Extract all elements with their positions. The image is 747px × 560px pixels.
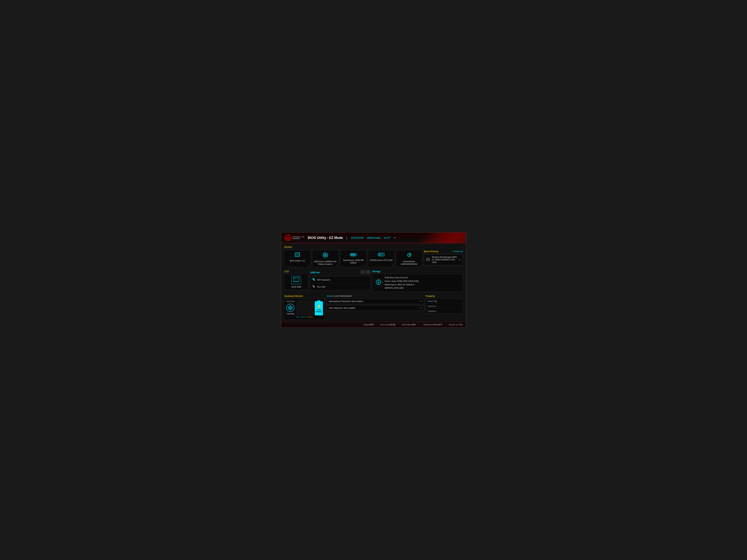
property-item-2: Column2: xyxy=(426,309,463,314)
grid-cell xyxy=(309,313,311,315)
svg-point-90 xyxy=(378,282,379,283)
grid-cell xyxy=(299,306,300,308)
usb-next-button[interactable]: > xyxy=(366,270,370,274)
footer-boot-menu[interactable]: Boot Menu(F8) xyxy=(402,323,416,326)
battery-section: ⚡ 100% Primary xyxy=(315,300,323,315)
storage-line2: Device Type: NVMe SSD (1024.2GB) xyxy=(385,279,419,283)
cpu-arrow: ↘ xyxy=(336,264,337,266)
grid-cell xyxy=(306,308,308,310)
grid-cell xyxy=(300,310,302,313)
footer-save-exit[interactable]: Save & Exit(F10) xyxy=(380,323,395,326)
svg-rect-43 xyxy=(354,254,354,256)
gpu-label: NVIDIA GeForce RTX 2060 xyxy=(370,259,393,262)
admin-edit-icon[interactable]: ✏ xyxy=(420,300,422,302)
battery-percent: 100% xyxy=(317,309,321,311)
cpu-fan-rpm: 795 RPM xyxy=(286,313,294,315)
admin-password-label: Administrator Password -Not Installed xyxy=(329,300,363,302)
usb-item-0-label: HID Keyboard xyxy=(317,279,330,281)
svg-point-2 xyxy=(287,237,289,239)
storage-line4: DBPNPZ-1T00-1002 xyxy=(385,286,419,290)
grid-cell xyxy=(302,310,303,313)
bios-version-card: BIOS Version: 212 ↘ xyxy=(284,250,311,267)
rog-text: REPUBLIC OF GAMERS xyxy=(292,236,304,239)
memory-arrow: ↘ xyxy=(364,264,365,266)
storage-line1: PCIE Bus:3 Dev:0 Func:0 xyxy=(385,276,419,279)
battery-label: Primary xyxy=(316,311,322,313)
user-password-item: User Password -Not Installed ✏ xyxy=(327,305,424,311)
grid-cell xyxy=(302,303,303,305)
bios-title: BIOS Utility - EZ Mode xyxy=(308,236,343,240)
grid-cell xyxy=(305,301,306,303)
svg-point-94 xyxy=(290,307,291,308)
svg-rect-41 xyxy=(352,254,352,256)
battery-bolt-icon: ⚡ xyxy=(316,304,321,309)
storage-section: Storage PC xyxy=(372,270,463,292)
grid-cell xyxy=(308,313,309,315)
header-time: 14:07 xyxy=(384,236,390,239)
lcd-label: LCD xyxy=(284,270,289,273)
grid-cell xyxy=(309,301,311,303)
svg-rect-80 xyxy=(314,280,315,281)
cpu-temp-value: 52°C xyxy=(301,316,305,318)
system-section-label: System xyxy=(284,246,292,248)
grid-cell xyxy=(305,303,306,305)
grid-cell xyxy=(306,301,308,303)
grid-cell xyxy=(308,306,309,308)
svg-rect-55 xyxy=(381,255,383,255)
usb-icon-1 xyxy=(312,285,315,289)
svg-rect-44 xyxy=(355,254,355,256)
footer-default[interactable]: Default(F9) xyxy=(363,323,374,326)
bios-chip-icon xyxy=(294,252,300,259)
footer-search-faq[interactable]: Search on FAQ xyxy=(449,323,463,326)
svg-point-53 xyxy=(379,254,380,255)
svg-rect-40 xyxy=(351,254,352,256)
cpu-label: AMD Ryzen 9 4900HS with Radeon Graphics xyxy=(314,260,337,266)
grid-cell xyxy=(309,310,311,313)
grid-cell xyxy=(306,306,308,308)
usb-label: USB Port xyxy=(310,271,320,274)
grid-cell xyxy=(300,313,302,315)
storage-line3: Model Name: WDC PC SN530 S xyxy=(385,283,419,287)
republic-text: REPUBLIC OF xyxy=(292,236,304,238)
footer-advanced-mode[interactable]: ⊣Advanced Mode(F7) xyxy=(422,323,442,326)
battery-icon: ⚡ 100% Primary xyxy=(315,301,323,315)
edit-icon[interactable]: ✏ xyxy=(394,236,396,239)
usb-prev-button[interactable]: < xyxy=(361,270,365,274)
access-title: Access xyxy=(327,295,333,297)
property-label: Property xyxy=(426,295,435,297)
rog-icon xyxy=(285,235,291,241)
grid-cell xyxy=(299,303,300,305)
hardware-monitor: Hardware Monitor CPU FAN xyxy=(284,295,325,320)
cpu-fan-section: CPU FAN 795 RPM xyxy=(286,300,294,315)
grid-cell xyxy=(297,303,298,305)
lcd-box: 1920*1080 xyxy=(284,274,308,290)
user-password-label: User Password -Not Installed xyxy=(329,307,355,309)
gpu-icon xyxy=(378,252,385,258)
grid-cell xyxy=(308,310,309,313)
svg-rect-54 xyxy=(381,254,384,254)
grid-cell xyxy=(303,308,305,310)
system-cards: BIOS Version: 212 ↘ CPU xyxy=(284,250,422,267)
bios-version-label: BIOS Version: 212 xyxy=(290,260,305,262)
grid-cell xyxy=(300,308,302,310)
cpu-card: CPU xyxy=(312,250,339,267)
bios-arrow: ↘ xyxy=(308,264,309,266)
svg-rect-4 xyxy=(296,254,299,256)
grid-cell xyxy=(299,310,300,313)
boot-menu-icon[interactable]: ≡ xyxy=(459,258,461,261)
grid-cell xyxy=(303,303,305,305)
switch-all-button[interactable]: ⇄ Switch all xyxy=(453,250,463,252)
grid-cell xyxy=(299,301,300,303)
access-section: Access Level: Administrator Administrato… xyxy=(327,295,424,320)
svg-point-64 xyxy=(410,254,410,254)
grid-cell xyxy=(297,313,298,315)
memory-card: Total Memory: 16384 MB (DDR4) ↘ xyxy=(340,250,367,267)
gpu-arrow: ↘ xyxy=(392,264,393,266)
user-edit-icon[interactable]: ✏ xyxy=(420,307,422,309)
property-section: Property Asset Tag: Column1: Column2: xyxy=(426,295,463,320)
hw-monitor-label: Hardware Monitor xyxy=(284,295,303,297)
boot-priority-title: Boot Priority xyxy=(424,250,439,253)
header-date: 2020/10/28 xyxy=(351,236,363,239)
grid-cell xyxy=(303,306,305,308)
cpu-fan-icon xyxy=(286,304,294,312)
